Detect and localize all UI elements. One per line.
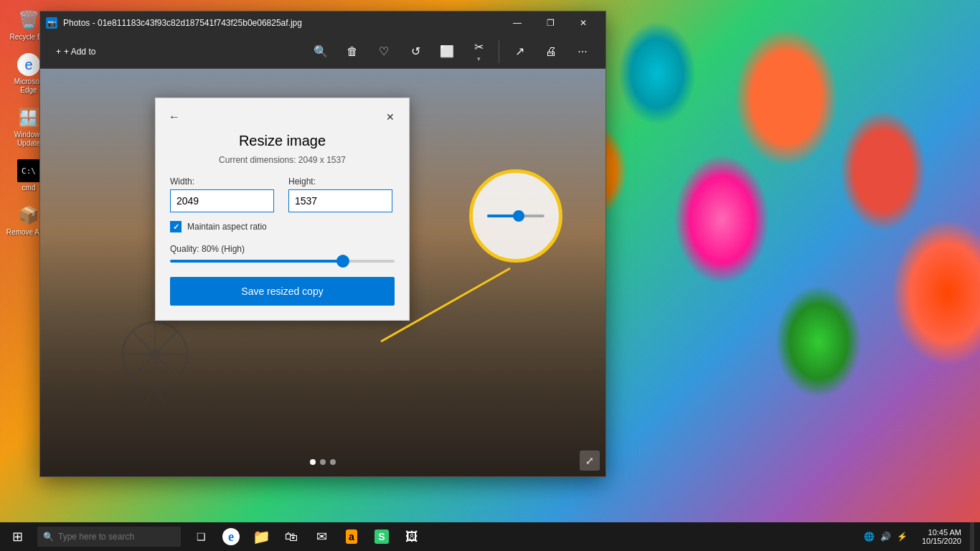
windows-logo-icon: ⊞	[12, 529, 23, 545]
save-resized-copy-button[interactable]: Save resized copy	[170, 277, 395, 306]
dot-1	[310, 459, 316, 465]
taskbar-explorer-button[interactable]: 📁	[247, 522, 275, 551]
print-button[interactable]: 🖨	[537, 42, 565, 61]
search-input[interactable]	[58, 532, 175, 542]
edit-icon: ✂	[474, 40, 484, 54]
aspect-ratio-row: ✓ Maintain aspect ratio	[170, 221, 395, 232]
quality-slider-container	[170, 260, 395, 263]
aspect-ratio-label: Maintain aspect ratio	[187, 222, 267, 232]
volume-icon[interactable]: 🔊	[880, 532, 891, 542]
photos-app-icon: 📷	[46, 17, 57, 29]
slider-zoom-visual	[487, 215, 545, 217]
photos-window: 📷 Photos - 01e811183c43f93c82d187541f743…	[39, 11, 606, 477]
system-tray: 🌐 🔊 ⚡	[858, 532, 913, 542]
dialog-body: Resize image Current dimensions: 2049 x …	[156, 133, 409, 320]
add-to-icon: +	[56, 47, 61, 57]
dialog-title: Resize image	[170, 133, 395, 149]
taskbar-unknown-icon: S	[374, 529, 388, 544]
toolbar: + + Add to 🔍 🗑 ♡ ↺ ⬜ ✂ ▾	[40, 34, 606, 69]
width-label: Width:	[170, 176, 274, 187]
taskbar-unknown-button[interactable]: S	[367, 522, 396, 551]
dimension-row: Width: Height:	[170, 176, 395, 212]
dialog-back-button[interactable]: ←	[164, 107, 184, 127]
width-group: Width:	[170, 176, 274, 212]
taskbar-mail-icon: ✉	[316, 529, 327, 545]
add-to-label: + Add to	[64, 47, 95, 57]
taskbar-clock[interactable]: 10:45 AM 10/15/2020	[916, 528, 967, 545]
resize-dialog: ← ✕ Resize image Current dimensions: 204…	[155, 98, 410, 321]
title-bar-left: 📷 Photos - 01e811183c43f93c82d187541f743…	[46, 17, 501, 29]
taskbar-store-icon: 🛍	[285, 529, 298, 545]
maximize-button[interactable]: ❐	[534, 11, 567, 34]
taskbar: ⊞ 🔍 ❑ e 📁 🛍 ✉ a	[0, 522, 980, 551]
toolbar-separator	[499, 40, 499, 63]
height-input[interactable]	[288, 189, 392, 212]
dialog-overlay: ← ✕ Resize image Current dimensions: 204…	[40, 69, 606, 476]
task-view-button[interactable]: ❑	[187, 522, 215, 551]
slider-zoom-thumb	[513, 210, 524, 222]
dialog-subtitle: Current dimensions: 2049 x 1537	[170, 155, 395, 165]
clock-time: 10:45 AM	[928, 528, 961, 537]
start-button[interactable]: ⊞	[0, 522, 34, 551]
taskbar-explorer-icon: 📁	[253, 528, 270, 545]
zoom-annotation-circle	[469, 169, 562, 263]
edge-icon: e	[17, 53, 40, 76]
remove-apps-icon: 📦	[17, 204, 40, 227]
windows-update-icon: 🪟	[17, 106, 40, 129]
expand-button[interactable]: ⤢	[580, 451, 600, 471]
dialog-close-button[interactable]: ✕	[380, 107, 400, 127]
image-area: ← ✕ Resize image Current dimensions: 204…	[40, 69, 606, 476]
taskbar-photos-button[interactable]: 🖼	[397, 522, 426, 551]
slider-track	[170, 260, 395, 263]
favorite-icon: ♡	[379, 44, 389, 58]
more-icon: ···	[578, 45, 587, 58]
slider-fill	[170, 260, 343, 263]
crop-icon: ⬜	[440, 44, 454, 58]
aspect-ratio-checkbox[interactable]: ✓	[170, 221, 182, 232]
cmd-icon: C:\	[17, 159, 40, 182]
taskbar-photos-icon: 🖼	[405, 529, 418, 545]
window-controls: — ❐ ✕	[501, 11, 600, 34]
zoom-button[interactable]: 🔍	[306, 42, 335, 61]
slider-zoom-track	[487, 215, 545, 217]
title-bar: 📷 Photos - 01e811183c43f93c82d187541f743…	[40, 11, 606, 34]
search-bar[interactable]: 🔍	[37, 527, 181, 547]
close-button[interactable]: ✕	[567, 11, 600, 34]
taskbar-mail-button[interactable]: ✉	[307, 522, 336, 551]
quality-slider-thumb[interactable]	[336, 255, 349, 268]
dialog-header: ← ✕	[156, 98, 409, 133]
taskbar-store-button[interactable]: 🛍	[277, 522, 306, 551]
task-view-icon: ❑	[197, 531, 206, 542]
edit-dropdown-icon: ▾	[477, 55, 481, 62]
clock-date: 10/15/2020	[922, 537, 961, 545]
checkmark-icon: ✓	[173, 222, 179, 232]
dots-indicator	[310, 459, 336, 465]
network-icon[interactable]: 🌐	[864, 532, 875, 542]
width-input[interactable]	[170, 189, 274, 212]
taskbar-icons: ❑ e 📁 🛍 ✉ a S 🖼	[187, 522, 426, 551]
favorite-button[interactable]: ♡	[369, 42, 398, 61]
more-button[interactable]: ···	[568, 42, 597, 61]
desktop: 🗑️ Recycle Bin e Microsoft Edge 🪟 Window…	[0, 0, 980, 551]
search-icon: 🔍	[43, 532, 54, 542]
minimize-button[interactable]: —	[501, 11, 534, 34]
print-icon: 🖨	[545, 45, 557, 58]
taskbar-edge-icon: e	[222, 528, 240, 545]
quality-label: Quality: 80% (High)	[170, 244, 395, 254]
taskbar-edge-button[interactable]: e	[217, 522, 245, 551]
battery-icon: ⚡	[897, 532, 908, 542]
share-button[interactable]: ↗	[505, 42, 534, 61]
show-desktop-button[interactable]	[970, 522, 974, 551]
height-label: Height:	[288, 176, 392, 187]
delete-icon: 🗑	[347, 45, 358, 58]
edit-button[interactable]: ✂ ▾	[464, 37, 493, 65]
crop-button[interactable]: ⬜	[433, 42, 461, 61]
window-title: Photos - 01e811183c43f93c82d187541f743f2…	[63, 18, 302, 28]
delete-button[interactable]: 🗑	[338, 42, 367, 61]
share-icon: ↗	[515, 44, 524, 58]
rotate-button[interactable]: ↺	[401, 42, 430, 61]
taskbar-amazon-icon: a	[346, 529, 357, 544]
taskbar-amazon-button[interactable]: a	[337, 522, 366, 551]
add-to-button[interactable]: + + Add to	[49, 44, 103, 60]
dot-2	[320, 459, 326, 465]
